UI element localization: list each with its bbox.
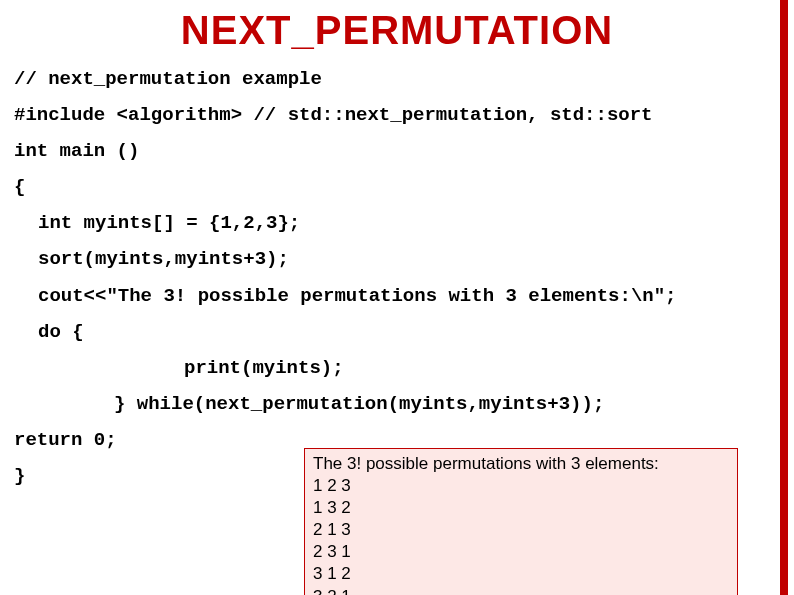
slide-title: NEXT_PERMUTATION: [0, 8, 794, 53]
output-line: 2 3 1: [313, 541, 729, 563]
output-line: 3 2 1: [313, 586, 729, 595]
code-line: sort(myints,myints+3);: [14, 241, 780, 277]
output-line: 3 1 2: [313, 563, 729, 585]
output-line: 2 1 3: [313, 519, 729, 541]
code-line: print(myints);: [14, 350, 780, 386]
code-line: {: [14, 169, 780, 205]
output-line: 1 3 2: [313, 497, 729, 519]
code-line: cout<<"The 3! possible permutations with…: [14, 278, 780, 314]
code-line: } while(next_permutation(myints,myints+3…: [14, 386, 780, 422]
output-line: The 3! possible permutations with 3 elem…: [313, 453, 729, 475]
code-block: // next_permutation example #include <al…: [0, 59, 794, 494]
accent-bar: [780, 0, 788, 595]
code-line: // next_permutation example: [14, 61, 780, 97]
code-line: #include <algorithm> // std::next_permut…: [14, 97, 780, 133]
code-line: int main (): [14, 133, 780, 169]
output-line: 1 2 3: [313, 475, 729, 497]
code-line: do {: [14, 314, 780, 350]
code-line: int myints[] = {1,2,3};: [14, 205, 780, 241]
output-box: The 3! possible permutations with 3 elem…: [304, 448, 738, 595]
